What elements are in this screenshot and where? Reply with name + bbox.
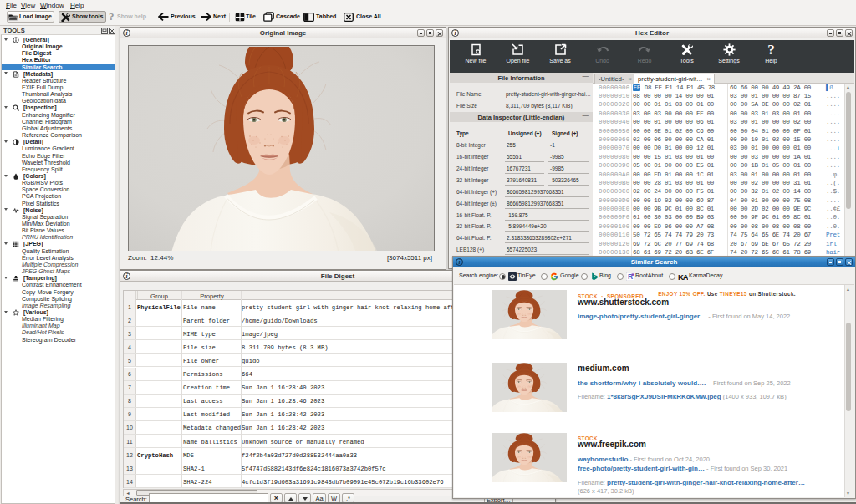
svg-text:KA: KA: [678, 272, 688, 281]
